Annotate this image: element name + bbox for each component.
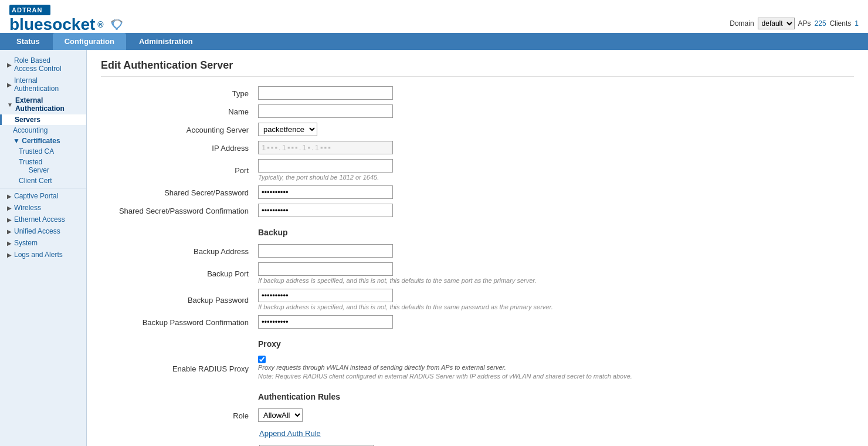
backup-header-cell: Backup (253, 219, 854, 242)
role-cell: AllowAll DenyAll Custom (253, 406, 854, 424)
enable-proxy-cell: Proxy requests through vWLAN instead of … (253, 353, 854, 384)
shared-secret-confirm-input[interactable] (258, 204, 393, 217)
role-select[interactable]: AllowAll DenyAll Custom (258, 408, 303, 422)
adtran-logo: ADTRAN (9, 5, 126, 16)
chevron-down-icon: ▼ (13, 137, 22, 145)
ip-address-cell (253, 138, 854, 157)
domain-label: Domain (730, 19, 754, 28)
append-auth-rule-link[interactable]: Append Auth Rule (259, 429, 321, 438)
proxy-section-header: Proxy (258, 333, 849, 351)
form-row-backup-password: Backup Password If backup address is spe… (101, 286, 854, 313)
content-area: Edit Authentication Server Type Radius1x… (87, 50, 868, 446)
aps-link[interactable]: 225 (815, 19, 826, 28)
sidebar-item-captive-portal[interactable]: ▶ Captive Portal (0, 190, 86, 202)
chevron-right-icon: ▶ (7, 82, 12, 88)
port-input[interactable]: 1812 (258, 159, 393, 173)
sidebar-item-unified-access[interactable]: ▶ Unified Access (0, 225, 86, 237)
chevron-right-icon: ▶ (7, 217, 12, 223)
form-row-accounting-server: Accounting Server packetfence none (101, 120, 854, 138)
sidebar-item-label: Logs and Alerts (14, 251, 63, 259)
chevron-right-icon: ▶ (7, 205, 12, 211)
enable-proxy-label: Enable RADIUS Proxy (101, 353, 253, 384)
sidebar-item-label: ExternalAuthentication (15, 96, 65, 113)
nav-tabs: Status Configuration Administration (0, 33, 868, 50)
chevron-down-icon: ▼ (7, 102, 13, 108)
form-row-backup-port: Backup Port If backup address is specifi… (101, 260, 854, 286)
name-input[interactable]: PacketFenceAuth (258, 104, 393, 118)
backup-password-confirm-input[interactable] (258, 315, 393, 329)
chevron-right-icon: ▶ (7, 62, 12, 68)
backup-port-hint: If backup address is specified, and this… (258, 276, 849, 284)
accounting-server-cell: packetfence none (253, 120, 854, 138)
port-label: Port (101, 157, 253, 183)
clients-link[interactable]: 1 (855, 19, 859, 28)
chevron-right-icon: ▶ (7, 228, 12, 235)
sidebar: ▶ Role BasedAccess Control ▶ InternalAut… (0, 50, 87, 446)
sidebar-item-trusted-ca[interactable]: Trusted CA (0, 146, 86, 157)
shared-secret-confirm-label: Shared Secret/Password Confirmation (101, 201, 253, 219)
svg-text:ADTRAN: ADTRAN (12, 6, 42, 13)
form-row-role: Role AllowAll DenyAll Custom (101, 406, 854, 424)
name-value-cell: PacketFenceAuth (253, 102, 854, 120)
sidebar-item-ethernet-access[interactable]: ▶ Ethernet Access (0, 214, 86, 225)
sidebar-item-accounting[interactable]: Accounting (0, 125, 86, 136)
backup-port-input[interactable] (258, 262, 393, 276)
sidebar-item-wireless[interactable]: ▶ Wireless (0, 202, 86, 214)
backup-address-input[interactable] (258, 244, 393, 258)
sidebar-item-label: Unified Access (14, 227, 60, 235)
sidebar-item-external-authentication[interactable]: ▼ ExternalAuthentication (0, 94, 86, 114)
sidebar-item-label: Ethernet Access (14, 215, 65, 224)
sidebar-item-label: Captive Portal (14, 192, 58, 200)
ip-address-label: IP Address (101, 138, 253, 157)
append-auth-rule-area: Append Auth Rule (259, 429, 854, 438)
svg-point-2 (116, 28, 118, 30)
enable-proxy-checkbox-area (258, 356, 849, 363)
chevron-right-icon: ▶ (7, 252, 12, 258)
sidebar-item-label: System (14, 239, 38, 247)
type-input[interactable]: Radius1xAuthServer (258, 86, 393, 100)
domain-select[interactable]: default (758, 18, 795, 29)
form-row-enable-proxy: Enable RADIUS Proxy Proxy requests throu… (101, 353, 854, 384)
chevron-right-icon: ▶ (7, 240, 12, 246)
chevron-right-icon: ▶ (7, 193, 12, 200)
backup-address-cell (253, 242, 854, 260)
backup-password-input[interactable] (258, 289, 393, 302)
backup-password-hint: If backup address is specified, and this… (258, 302, 849, 310)
form-row-backup-address: Backup Address (101, 242, 854, 260)
auth-rules-header-cell: Authentication Rules (253, 384, 854, 406)
form-row-auth-rules-header: Authentication Rules (101, 384, 854, 406)
enable-proxy-checkbox[interactable] (258, 356, 266, 363)
logo-area: ADTRAN bluesocket® (9, 5, 126, 33)
sidebar-item-trusted-server[interactable]: Trusted Server (0, 157, 86, 175)
form-row-name: Name PacketFenceAuth (101, 102, 854, 120)
ip-address-input[interactable] (258, 141, 393, 154)
form-row-type: Type Radius1xAuthServer (101, 84, 854, 102)
backup-port-label: Backup Port (101, 260, 253, 286)
name-label: Name (101, 102, 253, 120)
tab-configuration[interactable]: Configuration (53, 33, 126, 50)
form-table: Type Radius1xAuthServer Name PacketFence… (101, 84, 854, 424)
header: ADTRAN bluesocket® Domain default APs 22… (0, 0, 868, 33)
shared-secret-input[interactable] (258, 185, 393, 199)
port-cell: 1812 Typically, the port should be 1812 … (253, 157, 854, 183)
sidebar-item-logs-and-alerts[interactable]: ▶ Logs and Alerts (0, 249, 86, 261)
sidebar-item-role-based-access-control[interactable]: ▶ Role BasedAccess Control (0, 55, 86, 75)
accounting-server-select[interactable]: packetfence none (258, 123, 317, 136)
sidebar-item-label: InternalAuthentication (14, 76, 59, 93)
sidebar-item-certificates[interactable]: ▼ Certificates (0, 136, 86, 146)
accounting-server-label: Accounting Server (101, 120, 253, 138)
aps-label: APs (798, 19, 811, 28)
proxy-note1: Proxy requests through vWLAN instead of … (258, 363, 669, 372)
form-row-proxy-header: Proxy (101, 331, 854, 353)
port-hint: Typically, the port should be 1812 or 16… (258, 173, 849, 181)
type-value-cell: Radius1xAuthServer (253, 84, 854, 102)
form-row-backup-password-confirm: Backup Password Confirmation (101, 313, 854, 331)
sidebar-item-internal-authentication[interactable]: ▶ InternalAuthentication (0, 75, 86, 94)
sidebar-item-client-cert[interactable]: Client Cert (0, 175, 86, 186)
backup-password-confirm-label: Backup Password Confirmation (101, 313, 253, 331)
sidebar-item-servers[interactable]: Servers (0, 114, 86, 125)
tab-status[interactable]: Status (5, 33, 52, 50)
backup-password-cell: If backup address is specified, and this… (253, 286, 854, 313)
tab-administration[interactable]: Administration (127, 33, 205, 50)
sidebar-item-system[interactable]: ▶ System (0, 237, 86, 249)
